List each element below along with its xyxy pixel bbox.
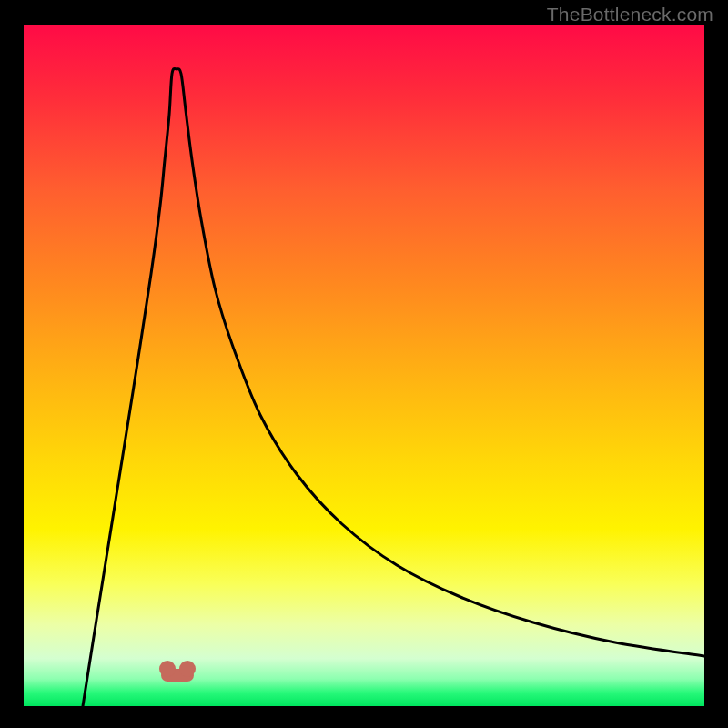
bottleneck-curve-path: [83, 68, 704, 706]
bottleneck-chart-svg: [24, 25, 704, 706]
watermark-text: TheBottleneck.com: [547, 4, 713, 25]
chart-plot-area: [24, 25, 704, 706]
min-point-left-marker: [159, 661, 176, 677]
min-point-right-marker: [179, 661, 196, 677]
